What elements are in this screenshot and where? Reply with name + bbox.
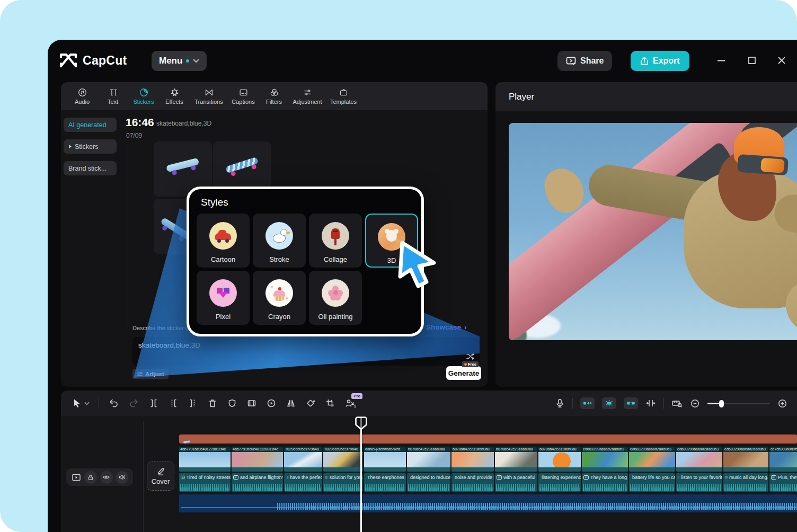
caption-clip[interactable]: listening experienc [538,473,581,492]
video-clip[interactable]: 7829eec05e1f79648 [284,447,322,472]
clip-thumbnail [323,452,363,467]
video-clip[interactable]: ed683299aa6ad2aad8b3 [676,447,722,472]
maximize-button[interactable] [747,56,757,67]
caption-clip[interactable]: noise and provide y [451,473,494,492]
sidebar-item-ai-generated[interactable]: AI generated [64,118,117,132]
video-clip[interactable]: daniel-j-schwarz-Wnr [364,447,406,472]
caption-clip[interactable]: They have a long [582,473,628,492]
close-button[interactable] [777,56,786,67]
styles-popup: Styles Cartoon [187,187,424,336]
caption-clip[interactable]: I have the perfect [284,473,322,492]
style-option-crayon[interactable]: Crayon [253,271,306,325]
mute-track-button[interactable] [116,471,128,484]
capcut-logo: CapCut [59,52,127,68]
video-clip[interactable]: ed683299aa6ad2aad8b3 [723,447,768,472]
caption-icon [678,475,679,480]
trim-left-button[interactable] [168,398,179,409]
sidebar-item-stickers[interactable]: Stickers [64,139,117,154]
video-clip[interactable]: ed683299aa6ad2aad8b3 [629,447,675,472]
caption-icon [181,475,185,480]
split-button[interactable] [148,398,159,409]
menu-button[interactable]: Menu [152,51,207,71]
playhead-handle[interactable] [355,416,367,432]
caption-icon [233,475,238,480]
toggle-visibility-button[interactable] [100,471,113,484]
trackhead-divider [143,421,144,532]
caption-clip[interactable]: listen to your favorit [676,473,722,492]
clip-thumbnail [538,452,581,467]
sidebar-item-brand-stickers[interactable]: Brand stick... [64,161,117,175]
showcase-arrow-icon: › [464,323,466,331]
caption-clip[interactable]: solution for you. [323,473,363,492]
style-option-pixel[interactable]: Pixel [197,271,250,325]
undo-button[interactable] [108,398,119,409]
caption-clip[interactable]: and airplane flights? [232,473,283,492]
caption-text: Plus, they are lig [778,475,797,480]
select-tool-button[interactable] [72,398,90,409]
share-button[interactable]: Share [557,51,612,71]
generate-button[interactable]: Generate [446,366,481,380]
clip-filename: ed683299aa6ad2aad8b3 [676,447,722,452]
cartoon-style-icon [209,222,237,250]
caption-clip[interactable]: These earphones ar [364,473,406,492]
style-option-stroke[interactable]: Stroke [253,214,306,268]
minimize-button[interactable] [716,56,726,67]
tab-transitions[interactable]: Transitions [191,88,226,105]
style-option-cartoon[interactable]: Cartoon [197,214,250,268]
caption-clip[interactable]: music all day long. [723,473,768,492]
timeline-tracks: 4bb7791bc0c481228811f4e 4bb7791bc0c48122… [179,391,797,532]
sticker-prompt-input[interactable]: skateboard,blue,3D [132,337,480,366]
audio-track[interactable] [179,494,797,512]
video-clip[interactable]: b878ab42c231a6b0a8 [407,447,450,472]
tab-templates[interactable]: Templates [327,88,360,105]
track-controls [66,468,133,486]
video-clip[interactable]: 4bb7791bc0c481228811f4e [179,447,231,472]
caption-clip[interactable]: with a peaceful [495,473,537,492]
tab-text[interactable]: Text [99,88,127,105]
tab-audio[interactable]: Audio [68,88,96,105]
adjust-button[interactable]: Adjust [132,369,169,379]
clip-filename: ed683299aa6ad2aad8b3 [582,447,628,452]
caption-icon [497,475,502,480]
video-preview[interactable] [509,123,797,340]
caption-clip[interactable]: designed to reduce [407,473,450,492]
cover-button[interactable]: Cover [147,462,174,491]
playhead[interactable] [360,418,362,532]
video-clip[interactable]: 7829eec05e1f79648 [323,447,363,472]
lock-track-button[interactable] [84,471,97,484]
caption-clip[interactable]: battery life so you ca [629,473,675,492]
video-clip[interactable]: ce7cb308a9d9f514 [769,447,797,472]
caption-waveform [285,487,321,491]
tab-effects[interactable]: Effects [161,88,188,105]
export-button[interactable]: Export [631,51,689,71]
pixel-style-icon [209,279,237,307]
style-option-oil-painting[interactable]: Oil painting [309,271,362,325]
caption-text: listen to your favorit [681,475,722,480]
prompt-input-value: skateboard,blue,3D [138,341,200,349]
tab-captions[interactable]: Captions [229,88,257,105]
video-clip[interactable]: b878ab42c231a6b0a8 [538,447,581,472]
video-clip[interactable]: 4bb7791bc0c481228811f4e [232,447,283,472]
export-icon [640,57,649,66]
tab-adjustment[interactable]: Adjustment [291,88,324,105]
video-track: 4bb7791bc0c481228811f4e 4bb7791bc0c48122… [179,447,797,472]
style-option-collage[interactable]: Collage [309,214,362,268]
track-preview-icon[interactable] [71,472,82,483]
free-badge: Free [462,361,479,367]
clip-thumbnail [629,452,675,467]
caption-clip[interactable]: Tired of noisy streets [179,473,231,492]
caption-clip[interactable]: Plus, they are lig [769,473,797,492]
redo-button[interactable] [128,398,139,409]
caption-waveform [539,487,580,491]
video-clip[interactable]: b878ab42c231a6b0a8 [495,447,537,472]
clip-thumbnail [451,452,494,467]
caption-waveform [324,487,362,491]
tab-filters[interactable]: Filters [260,88,288,105]
clip-filename: 4bb7791bc0c481228811f4e [232,447,283,452]
video-clip[interactable]: ed683299aa6ad2aad8b3 [582,447,628,472]
tab-stickers[interactable]: Stickers [130,88,157,105]
video-clip[interactable]: b878ab42c231a6b0a8 [451,447,494,472]
clip-thumbnail [232,452,283,467]
caption-text: These earphones ar [367,475,406,480]
sticker-track[interactable] [179,435,797,444]
